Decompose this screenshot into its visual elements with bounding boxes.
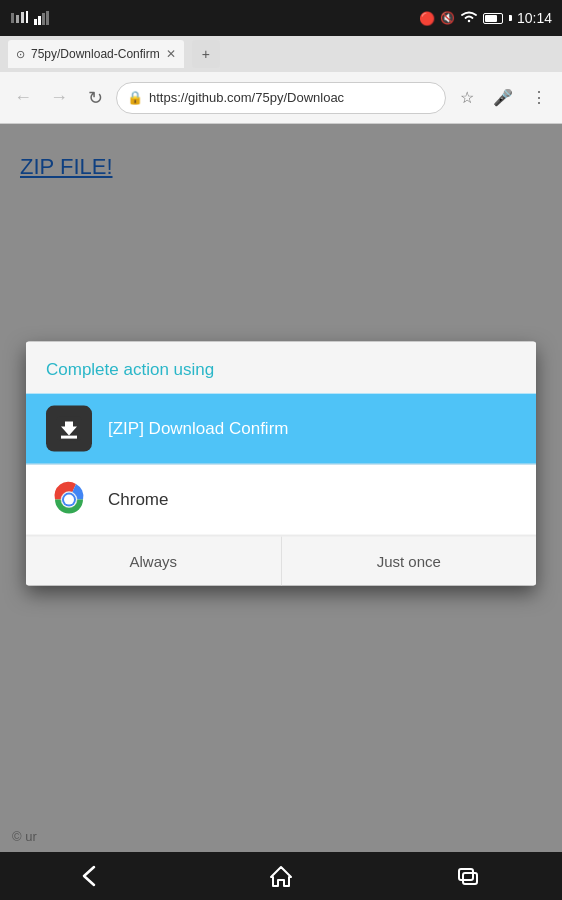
status-time: 10:14 (517, 10, 552, 26)
wifi-icon (460, 11, 478, 25)
always-button[interactable]: Always (26, 537, 282, 586)
new-tab-button[interactable]: + (192, 40, 220, 68)
home-nav-icon (269, 865, 293, 887)
browser-address-bar: ← → ↻ 🔒 https://github.com/75py/Downloac… (0, 72, 562, 124)
muted-icon: 🔇 (440, 11, 455, 25)
bookmark-button[interactable]: ☆ (452, 83, 482, 113)
more-options-button[interactable]: ⋮ (524, 83, 554, 113)
back-button[interactable]: ← (8, 83, 38, 113)
download-icon (54, 414, 84, 444)
browser-tab[interactable]: ⊙ 75py/Download-Confirm ✕ (8, 40, 184, 68)
svg-rect-3 (26, 11, 28, 23)
url-text: https://github.com/75py/Downloac (149, 90, 435, 105)
dialog-header: Complete action using (26, 342, 536, 394)
svg-point-14 (64, 495, 74, 505)
nav-recents-button[interactable] (443, 856, 493, 896)
web-content-area: ZIP FILE! © ur Complete action using [ZI… (0, 124, 562, 852)
svg-rect-6 (42, 13, 45, 25)
battery-tip (509, 15, 512, 21)
reload-button[interactable]: ↻ (80, 83, 110, 113)
svg-rect-2 (21, 12, 24, 23)
tab-close-button[interactable]: ✕ (166, 47, 176, 61)
chrome-app-icon (46, 477, 92, 523)
ssl-lock-icon: 🔒 (127, 90, 143, 105)
battery-icon (483, 13, 503, 24)
status-bar-right: 🔴 🔇 10:14 (419, 10, 552, 26)
recents-nav-icon (456, 865, 480, 887)
zip-app-icon (46, 406, 92, 452)
dialog-item-chrome[interactable]: Chrome (26, 465, 536, 536)
sim-icon (10, 11, 28, 25)
chrome-icon-svg (46, 477, 92, 523)
tab-title: 75py/Download-Confirm (31, 47, 160, 61)
status-bar-left (10, 11, 50, 25)
tab-favicon: ⊙ (16, 48, 25, 61)
zip-app-name: [ZIP] Download Confirm (108, 419, 288, 439)
back-nav-icon (80, 865, 108, 887)
just-once-button[interactable]: Just once (282, 537, 537, 586)
nav-home-button[interactable] (256, 856, 306, 896)
svg-rect-0 (11, 13, 14, 23)
chrome-app-name: Chrome (108, 490, 168, 510)
svg-rect-5 (38, 16, 41, 25)
svg-rect-10 (61, 436, 77, 439)
url-bar[interactable]: 🔒 https://github.com/75py/Downloac (116, 82, 446, 114)
complete-action-dialog: Complete action using [ZIP] Download Con… (26, 342, 536, 586)
svg-rect-7 (46, 11, 49, 25)
dialog-item-zip[interactable]: [ZIP] Download Confirm (26, 394, 536, 465)
bottom-nav-bar (0, 852, 562, 900)
svg-rect-16 (459, 869, 473, 880)
svg-rect-1 (16, 15, 19, 23)
signal-bars-icon (34, 11, 50, 25)
svg-rect-17 (463, 873, 477, 884)
mic-button[interactable]: 🎤 (488, 83, 518, 113)
nav-back-button[interactable] (69, 856, 119, 896)
svg-rect-4 (34, 19, 37, 25)
dialog-title: Complete action using (46, 360, 214, 379)
svg-marker-15 (271, 867, 291, 886)
status-bar: 🔴 🔇 10:14 (0, 0, 562, 36)
dialog-action-buttons: Always Just once (26, 536, 536, 586)
forward-button[interactable]: → (44, 83, 74, 113)
tab-bar: ⊙ 75py/Download-Confirm ✕ + (0, 36, 562, 72)
bluetooth-icon: 🔴 (419, 11, 435, 26)
